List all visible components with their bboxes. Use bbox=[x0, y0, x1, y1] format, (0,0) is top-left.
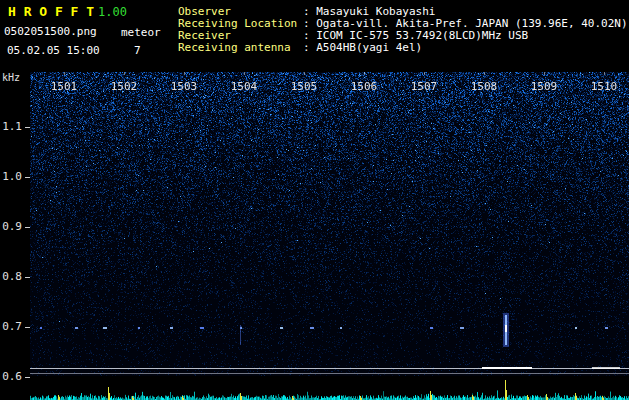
time-tick-label: 1510 bbox=[574, 80, 629, 93]
freq-tick-label: 0.7 bbox=[0, 320, 22, 333]
freq-tick-mark bbox=[25, 177, 30, 178]
freq-tick-label: 0.9 bbox=[0, 220, 22, 233]
info-label: Receiving antenna bbox=[178, 42, 303, 54]
freq-tick-mark bbox=[25, 227, 30, 228]
freq-tick-mark bbox=[25, 127, 30, 128]
freq-tick-label: 1.0 bbox=[0, 170, 22, 183]
amplitude-canvas bbox=[30, 377, 629, 400]
output-filename: 0502051500.png bbox=[4, 25, 97, 38]
freq-tick-label: 0.8 bbox=[0, 270, 22, 283]
observation-datetime: 05.02.05 15:00 bbox=[7, 44, 100, 57]
time-tick-label: 1502 bbox=[94, 80, 154, 93]
freq-unit-label: kHz bbox=[2, 72, 20, 83]
echo-count: 7 bbox=[134, 44, 141, 57]
freq-tick-label: 1.1 bbox=[0, 120, 22, 133]
time-tick-label: 1506 bbox=[334, 80, 394, 93]
info-value: A504HB(yagi 4el) bbox=[316, 41, 422, 54]
app-title: H R O F F T bbox=[8, 4, 94, 19]
hrofft-window: H R O F F T 1.00 0502051500.png meteor 0… bbox=[0, 0, 629, 400]
time-tick-label: 1508 bbox=[454, 80, 514, 93]
mode-label: meteor bbox=[121, 26, 161, 39]
time-tick-label: 1509 bbox=[514, 80, 574, 93]
spectrogram-canvas bbox=[30, 72, 629, 376]
time-tick-label: 1507 bbox=[394, 80, 454, 93]
info-row-antenna: Receiving antenna: A504HB(yagi 4el) bbox=[178, 42, 628, 54]
time-tick-label: 1503 bbox=[154, 80, 214, 93]
app-version: 1.00 bbox=[98, 5, 127, 19]
freq-tick-label: 0.6 bbox=[0, 370, 22, 383]
time-tick-label: 1505 bbox=[274, 80, 334, 93]
freq-tick-mark bbox=[25, 277, 30, 278]
time-tick-label: 1501 bbox=[34, 80, 94, 93]
info-separator: : bbox=[303, 41, 316, 54]
station-info: Observer: Masayuki Kobayashi Receiving L… bbox=[178, 6, 628, 54]
freq-tick-mark bbox=[25, 377, 30, 378]
time-tick-label: 1504 bbox=[214, 80, 274, 93]
freq-tick-mark bbox=[25, 327, 30, 328]
